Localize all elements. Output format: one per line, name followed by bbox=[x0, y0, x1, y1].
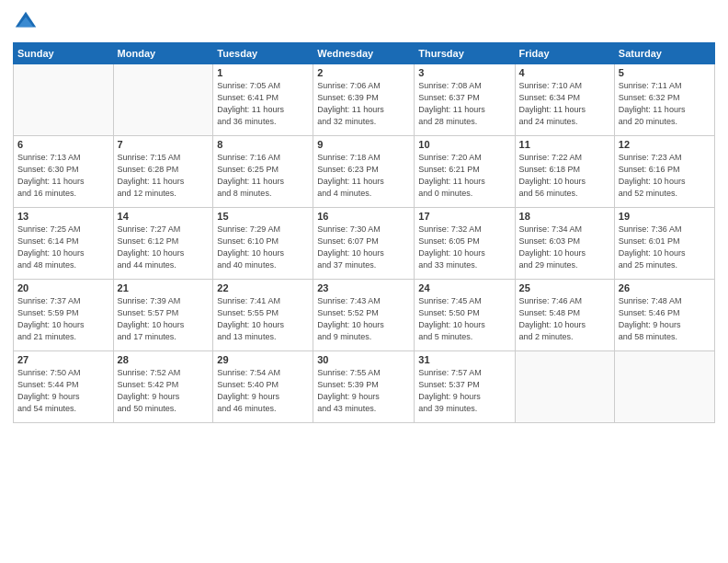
calendar-table: SundayMondayTuesdayWednesdayThursdayFrid… bbox=[13, 42, 715, 423]
calendar-cell: 20Sunrise: 7:37 AMSunset: 5:59 PMDayligh… bbox=[14, 280, 114, 351]
day-number: 1 bbox=[217, 67, 309, 78]
calendar-cell bbox=[515, 351, 614, 423]
calendar-cell: 23Sunrise: 7:43 AMSunset: 5:52 PMDayligh… bbox=[313, 280, 415, 351]
calendar-cell bbox=[14, 64, 114, 136]
calendar-cell: 3Sunrise: 7:08 AMSunset: 6:37 PMDaylight… bbox=[415, 64, 515, 136]
day-number: 19 bbox=[619, 211, 711, 222]
day-number: 15 bbox=[217, 211, 309, 222]
calendar-cell: 25Sunrise: 7:46 AMSunset: 5:48 PMDayligh… bbox=[515, 280, 614, 351]
day-header-friday: Friday bbox=[515, 43, 614, 64]
calendar-cell: 15Sunrise: 7:29 AMSunset: 6:10 PMDayligh… bbox=[213, 208, 313, 280]
day-detail: Sunrise: 7:22 AMSunset: 6:18 PMDaylight:… bbox=[519, 152, 610, 200]
day-number: 29 bbox=[217, 354, 309, 365]
day-number: 25 bbox=[519, 282, 610, 293]
day-number: 21 bbox=[118, 282, 210, 293]
week-row-0: 1Sunrise: 7:05 AMSunset: 6:41 PMDaylight… bbox=[14, 64, 715, 136]
logo bbox=[13, 9, 42, 35]
day-number: 30 bbox=[317, 354, 410, 365]
day-number: 3 bbox=[418, 67, 510, 78]
calendar-cell: 10Sunrise: 7:20 AMSunset: 6:21 PMDayligh… bbox=[415, 136, 515, 208]
day-detail: Sunrise: 7:10 AMSunset: 6:34 PMDaylight:… bbox=[519, 80, 610, 128]
calendar-cell bbox=[614, 351, 714, 423]
calendar-cell: 26Sunrise: 7:48 AMSunset: 5:46 PMDayligh… bbox=[614, 280, 714, 351]
day-detail: Sunrise: 7:08 AMSunset: 6:37 PMDaylight:… bbox=[418, 80, 510, 128]
calendar-cell: 17Sunrise: 7:32 AMSunset: 6:05 PMDayligh… bbox=[415, 208, 515, 280]
calendar-cell bbox=[113, 64, 213, 136]
day-header-thursday: Thursday bbox=[415, 43, 515, 64]
day-number: 13 bbox=[17, 211, 109, 222]
calendar-cell: 28Sunrise: 7:52 AMSunset: 5:42 PMDayligh… bbox=[113, 351, 213, 423]
day-detail: Sunrise: 7:37 AMSunset: 5:59 PMDaylight:… bbox=[17, 295, 109, 343]
calendar-cell: 12Sunrise: 7:23 AMSunset: 6:16 PMDayligh… bbox=[614, 136, 714, 208]
calendar-cell: 30Sunrise: 7:55 AMSunset: 5:39 PMDayligh… bbox=[313, 351, 415, 423]
day-detail: Sunrise: 7:27 AMSunset: 6:12 PMDaylight:… bbox=[118, 224, 210, 271]
day-detail: Sunrise: 7:55 AMSunset: 5:39 PMDaylight:… bbox=[317, 367, 410, 415]
calendar-cell: 16Sunrise: 7:30 AMSunset: 6:07 PMDayligh… bbox=[313, 208, 415, 280]
day-number: 23 bbox=[317, 282, 410, 293]
calendar-cell: 13Sunrise: 7:25 AMSunset: 6:14 PMDayligh… bbox=[14, 208, 114, 280]
day-detail: Sunrise: 7:06 AMSunset: 6:39 PMDaylight:… bbox=[317, 80, 410, 128]
day-number: 9 bbox=[317, 139, 410, 150]
day-number: 26 bbox=[619, 282, 711, 293]
calendar-cell: 4Sunrise: 7:10 AMSunset: 6:34 PMDaylight… bbox=[515, 64, 614, 136]
day-detail: Sunrise: 7:29 AMSunset: 6:10 PMDaylight:… bbox=[217, 224, 309, 271]
calendar-cell: 6Sunrise: 7:13 AMSunset: 6:30 PMDaylight… bbox=[14, 136, 114, 208]
day-number: 8 bbox=[217, 139, 309, 150]
calendar-cell: 9Sunrise: 7:18 AMSunset: 6:23 PMDaylight… bbox=[313, 136, 415, 208]
day-number: 24 bbox=[418, 282, 510, 293]
day-detail: Sunrise: 7:13 AMSunset: 6:30 PMDaylight:… bbox=[17, 152, 109, 200]
day-detail: Sunrise: 7:05 AMSunset: 6:41 PMDaylight:… bbox=[217, 80, 309, 128]
day-detail: Sunrise: 7:11 AMSunset: 6:32 PMDaylight:… bbox=[619, 80, 711, 128]
day-number: 16 bbox=[317, 211, 410, 222]
week-row-4: 27Sunrise: 7:50 AMSunset: 5:44 PMDayligh… bbox=[14, 351, 715, 423]
day-detail: Sunrise: 7:43 AMSunset: 5:52 PMDaylight:… bbox=[317, 295, 410, 343]
week-row-1: 6Sunrise: 7:13 AMSunset: 6:30 PMDaylight… bbox=[14, 136, 715, 208]
day-number: 2 bbox=[317, 67, 410, 78]
calendar-cell: 11Sunrise: 7:22 AMSunset: 6:18 PMDayligh… bbox=[515, 136, 614, 208]
day-detail: Sunrise: 7:41 AMSunset: 5:55 PMDaylight:… bbox=[217, 295, 309, 343]
day-number: 27 bbox=[17, 354, 109, 365]
day-detail: Sunrise: 7:52 AMSunset: 5:42 PMDaylight:… bbox=[118, 367, 210, 415]
calendar-cell: 8Sunrise: 7:16 AMSunset: 6:25 PMDaylight… bbox=[213, 136, 313, 208]
day-detail: Sunrise: 7:46 AMSunset: 5:48 PMDaylight:… bbox=[519, 295, 610, 343]
day-header-wednesday: Wednesday bbox=[313, 43, 415, 64]
calendar-cell: 18Sunrise: 7:34 AMSunset: 6:03 PMDayligh… bbox=[515, 208, 614, 280]
day-number: 11 bbox=[519, 139, 610, 150]
calendar-cell: 7Sunrise: 7:15 AMSunset: 6:28 PMDaylight… bbox=[113, 136, 213, 208]
day-detail: Sunrise: 7:23 AMSunset: 6:16 PMDaylight:… bbox=[619, 152, 711, 200]
day-detail: Sunrise: 7:25 AMSunset: 6:14 PMDaylight:… bbox=[17, 224, 109, 271]
day-number: 20 bbox=[17, 282, 109, 293]
day-detail: Sunrise: 7:45 AMSunset: 5:50 PMDaylight:… bbox=[418, 295, 510, 343]
week-row-2: 13Sunrise: 7:25 AMSunset: 6:14 PMDayligh… bbox=[14, 208, 715, 280]
day-number: 17 bbox=[418, 211, 510, 222]
calendar-cell: 31Sunrise: 7:57 AMSunset: 5:37 PMDayligh… bbox=[415, 351, 515, 423]
calendar-cell: 5Sunrise: 7:11 AMSunset: 6:32 PMDaylight… bbox=[614, 64, 714, 136]
day-detail: Sunrise: 7:34 AMSunset: 6:03 PMDaylight:… bbox=[519, 224, 610, 271]
day-header-sunday: Sunday bbox=[14, 43, 114, 64]
day-detail: Sunrise: 7:15 AMSunset: 6:28 PMDaylight:… bbox=[118, 152, 210, 200]
day-detail: Sunrise: 7:39 AMSunset: 5:57 PMDaylight:… bbox=[118, 295, 210, 343]
calendar-cell: 27Sunrise: 7:50 AMSunset: 5:44 PMDayligh… bbox=[14, 351, 114, 423]
day-detail: Sunrise: 7:16 AMSunset: 6:25 PMDaylight:… bbox=[217, 152, 309, 200]
day-number: 28 bbox=[118, 354, 210, 365]
week-row-3: 20Sunrise: 7:37 AMSunset: 5:59 PMDayligh… bbox=[14, 280, 715, 351]
day-number: 5 bbox=[619, 67, 711, 78]
logo-icon bbox=[13, 9, 39, 35]
calendar-cell: 14Sunrise: 7:27 AMSunset: 6:12 PMDayligh… bbox=[113, 208, 213, 280]
day-number: 7 bbox=[118, 139, 210, 150]
day-header-tuesday: Tuesday bbox=[213, 43, 313, 64]
day-detail: Sunrise: 7:32 AMSunset: 6:05 PMDaylight:… bbox=[418, 224, 510, 271]
day-number: 4 bbox=[519, 67, 610, 78]
day-header-monday: Monday bbox=[113, 43, 213, 64]
calendar-cell: 22Sunrise: 7:41 AMSunset: 5:55 PMDayligh… bbox=[213, 280, 313, 351]
day-detail: Sunrise: 7:18 AMSunset: 6:23 PMDaylight:… bbox=[317, 152, 410, 200]
calendar-cell: 21Sunrise: 7:39 AMSunset: 5:57 PMDayligh… bbox=[113, 280, 213, 351]
day-detail: Sunrise: 7:20 AMSunset: 6:21 PMDaylight:… bbox=[418, 152, 510, 200]
calendar-cell: 24Sunrise: 7:45 AMSunset: 5:50 PMDayligh… bbox=[415, 280, 515, 351]
calendar-cell: 29Sunrise: 7:54 AMSunset: 5:40 PMDayligh… bbox=[213, 351, 313, 423]
day-detail: Sunrise: 7:54 AMSunset: 5:40 PMDaylight:… bbox=[217, 367, 309, 415]
calendar-cell: 19Sunrise: 7:36 AMSunset: 6:01 PMDayligh… bbox=[614, 208, 714, 280]
calendar-cell: 1Sunrise: 7:05 AMSunset: 6:41 PMDaylight… bbox=[213, 64, 313, 136]
day-header-saturday: Saturday bbox=[614, 43, 714, 64]
calendar-cell: 2Sunrise: 7:06 AMSunset: 6:39 PMDaylight… bbox=[313, 64, 415, 136]
